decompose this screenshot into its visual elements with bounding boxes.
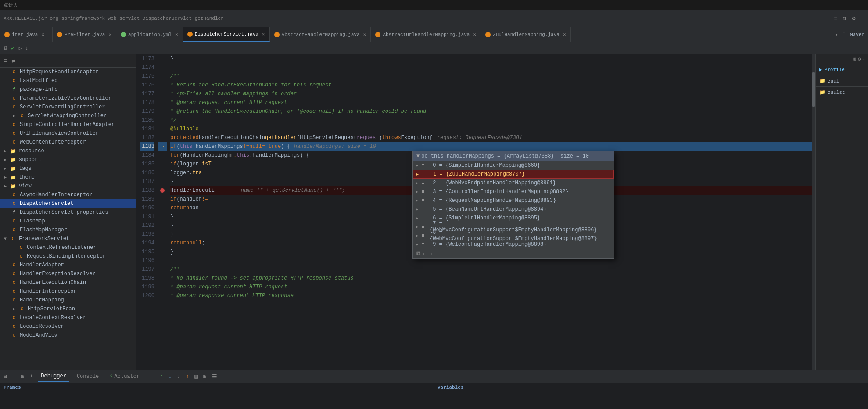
debug-action-icon8[interactable]: ☰ (212, 373, 217, 380)
row-expand-icon-7[interactable]: ▶ (416, 224, 420, 230)
sidebar-item-httprequesthandleradapter[interactable]: C HttpRequestHandlerAdapter (0, 68, 136, 76)
bottom-toolbar-icon3[interactable]: ⊞ (21, 373, 25, 380)
row-expand-icon-0[interactable]: ▶ (416, 163, 420, 168)
tooltip-row-1[interactable]: ▶ ≡ 1 = {ZuulHandlerMapping@8707} (413, 170, 614, 179)
sync-icon[interactable]: ⇄ (11, 56, 16, 65)
sidebar-item-servletwrappingcontroller[interactable]: ▶ C ServletWrappingController (0, 111, 136, 120)
breakpoint-icon[interactable] (160, 188, 165, 193)
sidebar-item-paramviewcontroller[interactable]: C ParameterizableViewController (0, 94, 136, 103)
footer-forward-icon[interactable]: → (429, 251, 433, 257)
footer-copy-icon[interactable]: ⧉ (416, 251, 420, 257)
row-expand-icon-6[interactable]: ▶ (416, 215, 420, 221)
tooltip-row-3[interactable]: ▶ ≡ 3 = {ControllerEndpointHandlerMappin… (413, 187, 614, 196)
tab-prefilter-close[interactable]: ✕ (108, 32, 111, 37)
tab-dispatcher-close[interactable]: ✕ (262, 31, 265, 37)
sidebar-item-servletforwardingcontroller[interactable]: C ServletForwardingController (0, 103, 136, 111)
sidebar-item-handlerexecutionchain[interactable]: C HandlerExecutionChain (0, 278, 136, 287)
checkmark-icon[interactable]: ✓ (11, 44, 14, 52)
row-expand-icon-9[interactable]: ▶ (416, 242, 420, 247)
sidebar-item-support[interactable]: ▶ 📁 support (0, 155, 136, 164)
sidebar-item-lastmodified[interactable]: C LastModified (0, 76, 136, 85)
tooltip-row-8[interactable]: ▶ ≡ 8 = {WebMvcConfigurationSupport$Empt… (413, 231, 614, 240)
sidebar-item-localecontextresolver[interactable]: C LocaleContextResolver (0, 313, 136, 322)
debug-action-icon3[interactable]: ↓ (169, 373, 172, 380)
run-icon[interactable]: ▷ (18, 45, 22, 52)
tab-appyml[interactable]: application.yml ✕ (116, 27, 183, 42)
debug-action-icon7[interactable]: ⊞ (203, 373, 207, 380)
right-panel-item-profile[interactable]: ▶ Profile (816, 64, 868, 75)
sidebar-item-modelandview[interactable]: C ModelAndView (0, 331, 136, 340)
scrollbar-thumb[interactable] (812, 72, 815, 107)
sidebar-item-asynchandlerinterceptor[interactable]: C AsyncHandlerInterceptor (0, 190, 136, 199)
row-expand-icon-4[interactable]: ▶ (416, 198, 420, 203)
sidebar-item-simplecontrollerhandleradapter[interactable]: C SimpleControllerHandlerAdapter (0, 120, 136, 129)
tooltip-row-4[interactable]: ▶ ≡ 4 = {RequestMappingHandlerMapping@88… (413, 196, 614, 205)
bottom-toolbar-icon1[interactable]: ⊟ (4, 373, 7, 380)
sidebar-item-httpservletbean[interactable]: ▶ C HttpServletBean (0, 305, 136, 313)
tab-dropdown-icon[interactable]: ▾ (835, 32, 838, 37)
sidebar-item-urlfilenameviewcontroller[interactable]: C UrlFilenameViewController (0, 129, 136, 138)
sidebar-item-handlerexceptionresolver[interactable]: C HandlerExceptionResolver (0, 269, 136, 278)
sidebar-item-dispatcherservletprops[interactable]: f DispatcherServlet.properties (0, 208, 136, 217)
sidebar-item-localeresolver[interactable]: C LocaleResolver (0, 322, 136, 331)
tab-appyml-close[interactable]: ✕ (175, 32, 178, 37)
footer-back-icon[interactable]: ← (423, 251, 427, 257)
tab-more-icon[interactable]: ⋮ (842, 32, 846, 37)
bottom-tab-console[interactable]: Console (74, 372, 101, 381)
sidebar-item-handlerinterceptor[interactable]: C HandlerInterceptor (0, 287, 136, 296)
row-expand-icon-8[interactable]: ▶ (416, 233, 420, 238)
row-expand-icon-1[interactable]: ▶ (416, 172, 420, 177)
tab-abstracturl[interactable]: AbstractUrlHandlerMapping.java ✕ (371, 27, 481, 42)
tooltip-row-9[interactable]: ▶ ≡ 9 = {WelcomePageHandlerMapping@8898} (413, 240, 614, 249)
tab-iter-close[interactable]: ✕ (41, 32, 44, 37)
vertical-scrollbar[interactable] (812, 54, 815, 370)
tab-prefilter[interactable]: PreFilter.java ✕ (53, 27, 116, 42)
sidebar-item-flashmapmanager[interactable]: C FlashMapManager (0, 226, 136, 234)
expand-panel-icon[interactable]: ⊞ (853, 56, 856, 62)
collapse-all-icon[interactable]: ≡ (3, 57, 8, 65)
download-icon[interactable]: ↓ (25, 45, 29, 51)
sort-icon[interactable]: ⇅ (843, 14, 846, 22)
settings-icon[interactable]: ⚙ (852, 14, 855, 22)
sidebar-item-view[interactable]: ▶ 📁 view (0, 182, 136, 190)
bottom-tab-debugger[interactable]: Debugger (38, 371, 69, 382)
tooltip-row-2[interactable]: ▶ ≡ 2 = {WebMvcEndpointHandlerMapping@88… (413, 179, 614, 187)
tab-abstracthandler-close[interactable]: ✕ (363, 32, 366, 37)
debug-action-icon6[interactable]: ▤ (194, 373, 198, 380)
sidebar-item-flashmap[interactable]: C FlashMap (0, 217, 136, 226)
tab-zuulhandler[interactable]: ZuulHandlerMapping.java ✕ (481, 27, 570, 42)
tab-abstracturl-close[interactable]: ✕ (473, 32, 476, 37)
bottom-toolbar-icon4[interactable]: + (29, 373, 33, 380)
debug-action-icon5[interactable]: ↑ (186, 373, 189, 380)
tab-dispatcher[interactable]: DispatcherServlet.java ✕ (183, 27, 270, 42)
tab-zuulhandler-close[interactable]: ✕ (563, 32, 566, 37)
sidebar-item-resource[interactable]: ▶ 📁 resource (0, 147, 136, 155)
copy-icon[interactable]: ⧉ (4, 45, 7, 51)
row-expand-icon-5[interactable]: ▶ (416, 207, 420, 212)
bottom-toolbar-icon2[interactable]: ≡ (12, 373, 16, 380)
tab-iter[interactable]: iter.java ✕ (0, 27, 53, 42)
tooltip-row-0[interactable]: ▶ ≡ 0 = {SimpleUrlHandlerMapping@8660} (413, 161, 614, 170)
maven-label[interactable]: Maven (850, 32, 864, 37)
tab-abstracthandler[interactable]: AbstractHandlerMapping.java ✕ (270, 27, 371, 42)
sidebar-item-requestbindinginterceptor[interactable]: C RequestBindingInterceptor (0, 252, 136, 261)
debug-action-icon1[interactable]: ≡ (151, 373, 154, 380)
sidebar-item-webcontentinterceptor[interactable]: C WebContentInterceptor (0, 138, 136, 147)
right-panel-item-zuul[interactable]: 📁 zuul (816, 75, 868, 87)
sidebar-item-packageinfo[interactable]: f package-info (0, 85, 136, 94)
tooltip-expand-icon[interactable]: ▼ (416, 153, 420, 159)
right-panel-item-zuulst[interactable]: 📁 zuulst (816, 87, 868, 98)
row-expand-icon-3[interactable]: ▶ (416, 189, 420, 194)
bottom-tab-actuator[interactable]: ⚡ Actuator (107, 371, 142, 381)
panel-settings-icon[interactable]: ⚙ (858, 56, 861, 62)
sidebar-item-theme[interactable]: ▶ 📁 theme (0, 173, 136, 182)
tooltip-row-5[interactable]: ▶ ≡ 5 = {BeanNameUrlHandlerMapping@8894} (413, 205, 614, 214)
sidebar-item-contextrefreshlistener[interactable]: C ContextRefreshListener (0, 243, 136, 252)
align-icon[interactable]: ≡ (834, 15, 837, 22)
panel-download-icon[interactable]: ↓ (862, 56, 865, 62)
sidebar-item-tags[interactable]: ▶ 📁 tags (0, 164, 136, 173)
sidebar-item-handlermapping[interactable]: C HandlerMapping (0, 296, 136, 305)
sidebar-item-handleradapter[interactable]: C HandlerAdapter (0, 261, 136, 269)
sidebar-item-frameworkservlet[interactable]: ▼ C FrameworkServlet (0, 234, 136, 243)
row-expand-icon-2[interactable]: ▶ (416, 180, 420, 186)
